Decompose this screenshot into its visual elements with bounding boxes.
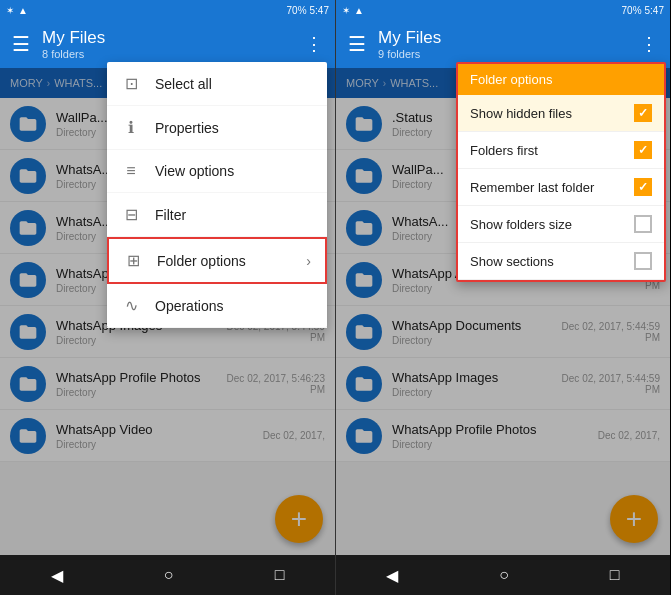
fo-show-sections-label: Show sections xyxy=(470,254,634,269)
status-bar-left: ✶ ▲ 70% 5:47 xyxy=(0,0,335,20)
fo-show-hidden-label: Show hidden files xyxy=(470,106,634,121)
status-bar-right-side: 70% 5:47 xyxy=(622,5,664,16)
status-icons-right: ✶ ▲ xyxy=(342,5,364,16)
properties-icon: ℹ xyxy=(121,118,141,137)
fo-show-sections[interactable]: Show sections xyxy=(458,243,664,280)
home-button-right[interactable]: ○ xyxy=(483,560,525,590)
operations-label: Operations xyxy=(155,298,313,314)
dropdown-filter[interactable]: ⊟ Filter xyxy=(107,193,327,237)
status-icons-left: ✶ ▲ xyxy=(6,5,28,16)
title-text-right: My Files xyxy=(378,28,628,48)
dropdown-menu: ⊡ Select all ℹ Properties ≡ View options… xyxy=(107,62,327,328)
nav-bar-right: ◀ ○ □ xyxy=(336,555,670,595)
time-text: 5:47 xyxy=(310,5,329,16)
back-button-left[interactable]: ◀ xyxy=(35,560,79,591)
bluetooth-icon: ✶ xyxy=(6,5,14,16)
view-options-icon: ≡ xyxy=(121,162,141,180)
operations-icon: ∿ xyxy=(121,296,141,315)
app-title-right: My Files 9 folders xyxy=(378,28,628,60)
fo-show-hidden-checkbox[interactable] xyxy=(634,104,652,122)
signal-icon-r: ▲ xyxy=(354,5,364,16)
left-screen: ✶ ▲ 70% 5:47 ☰ My Files 8 folders ⋮ MORY… xyxy=(0,0,335,595)
more-options-icon-left[interactable]: ⋮ xyxy=(301,29,327,59)
app-title-left: My Files 8 folders xyxy=(42,28,293,60)
fo-remember-last[interactable]: Remember last folder xyxy=(458,169,664,206)
subtitle-text-left: 8 folders xyxy=(42,48,293,60)
fo-show-folders-size-checkbox[interactable] xyxy=(634,215,652,233)
dropdown-folder-options[interactable]: ⊞ Folder options › xyxy=(107,237,327,284)
bluetooth-icon-r: ✶ xyxy=(342,5,350,16)
status-bar-right: 70% 5:47 xyxy=(287,5,329,16)
select-all-icon: ⊡ xyxy=(121,74,141,93)
right-screen: ✶ ▲ 70% 5:47 ☰ My Files 9 folders ⋮ MORY… xyxy=(335,0,670,595)
folder-options-icon: ⊞ xyxy=(123,251,143,270)
nav-bar-left: ◀ ○ □ xyxy=(0,555,335,595)
dropdown-select-all[interactable]: ⊡ Select all xyxy=(107,62,327,106)
recent-button-right[interactable]: □ xyxy=(594,560,636,590)
folder-options-header: Folder options xyxy=(458,64,664,95)
title-text-left: My Files xyxy=(42,28,293,48)
fo-remember-last-label: Remember last folder xyxy=(470,180,634,195)
back-button-right[interactable]: ◀ xyxy=(370,560,414,591)
fo-show-folders-size-label: Show folders size xyxy=(470,217,634,232)
app-bar-left: ☰ My Files 8 folders ⋮ xyxy=(0,20,335,68)
battery-text-r: 70% xyxy=(622,5,642,16)
fo-remember-last-checkbox[interactable] xyxy=(634,178,652,196)
folder-options-arrow: › xyxy=(306,253,311,269)
app-bar-right: ☰ My Files 9 folders ⋮ xyxy=(336,20,670,68)
fo-folders-first[interactable]: Folders first xyxy=(458,132,664,169)
fo-show-sections-checkbox[interactable] xyxy=(634,252,652,270)
dropdown-properties[interactable]: ℹ Properties xyxy=(107,106,327,150)
time-text-r: 5:47 xyxy=(645,5,664,16)
home-button-left[interactable]: ○ xyxy=(148,560,190,590)
subtitle-text-right: 9 folders xyxy=(378,48,628,60)
menu-icon-r[interactable]: ☰ xyxy=(344,28,370,60)
dropdown-view-options[interactable]: ≡ View options xyxy=(107,150,327,193)
signal-icon: ▲ xyxy=(18,5,28,16)
fo-show-folders-size[interactable]: Show folders size xyxy=(458,206,664,243)
folder-options-label: Folder options xyxy=(157,253,292,269)
view-options-label: View options xyxy=(155,163,313,179)
filter-icon: ⊟ xyxy=(121,205,141,224)
fo-folders-first-label: Folders first xyxy=(470,143,634,158)
menu-icon[interactable]: ☰ xyxy=(8,28,34,60)
fo-show-hidden-files[interactable]: Show hidden files xyxy=(458,95,664,132)
folder-options-panel: Folder options Show hidden files Folders… xyxy=(456,62,666,282)
filter-label: Filter xyxy=(155,207,313,223)
more-options-icon-right[interactable]: ⋮ xyxy=(636,29,662,59)
recent-button-left[interactable]: □ xyxy=(259,560,301,590)
fo-folders-first-checkbox[interactable] xyxy=(634,141,652,159)
battery-text: 70% xyxy=(287,5,307,16)
properties-label: Properties xyxy=(155,120,313,136)
dropdown-operations[interactable]: ∿ Operations xyxy=(107,284,327,328)
status-bar-right: ✶ ▲ 70% 5:47 xyxy=(336,0,670,20)
select-all-label: Select all xyxy=(155,76,313,92)
